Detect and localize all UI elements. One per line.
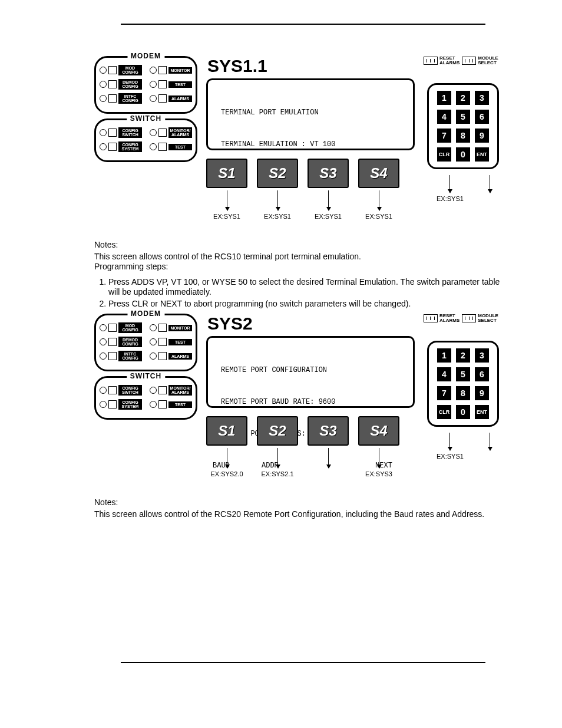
key-2[interactable]: 2: [456, 91, 470, 105]
key-6[interactable]: 6: [475, 110, 489, 124]
s4-button[interactable]: S4: [358, 159, 399, 188]
notes-line: Programming steps:: [94, 262, 503, 272]
ex-label: EX:SYS1: [437, 195, 464, 202]
lcd-line: TERMINAL PORT EMULATION: [221, 107, 406, 118]
switch-panel: SWITCH CONFIGSWITCH MONITOR/ALARMS CONFI…: [94, 118, 197, 162]
notes-item: Press ADDS VP, VT 100, or WYSE 50 to sel…: [108, 277, 503, 298]
ex-label: EX:SYS1: [437, 453, 464, 460]
key-4[interactable]: 4: [437, 367, 451, 381]
module-select-button[interactable]: MODULE SELECT: [462, 314, 498, 323]
key-3[interactable]: 3: [475, 91, 489, 105]
key-1[interactable]: 1: [437, 91, 451, 105]
numeric-keypad: 1 2 3 4 5 6 7 8 9 CLR: [427, 341, 499, 427]
ex-label: EX:SYS2.1: [261, 470, 293, 477]
lcd-display: REMOTE PORT CONFIGURATION REMOTE PORT BA…: [206, 336, 415, 408]
lcd-display: TERMINAL PORT EMULATION TERMINAL EMULATI…: [206, 78, 415, 150]
key-9[interactable]: 9: [475, 386, 489, 400]
arrow-icon: [328, 448, 329, 468]
key-8[interactable]: 8: [456, 386, 470, 400]
key-4[interactable]: 4: [437, 110, 451, 124]
key-clr[interactable]: CLR: [437, 405, 451, 419]
key-7[interactable]: 7: [437, 386, 451, 400]
reset-alarms-button[interactable]: RESET ALARMS: [424, 314, 459, 323]
arrow-icon: [227, 190, 227, 210]
ex-label: EX:SYS1: [315, 213, 342, 220]
arrow-icon: [277, 448, 278, 468]
modem-title: MODEM: [127, 52, 164, 60]
module-select-button[interactable]: MODULE SELECT: [462, 56, 498, 65]
ex-label: EX:SYS2.0: [210, 470, 243, 477]
screen-title: SYS1.1: [207, 56, 415, 76]
notes-line: This screen allows control of the RCS10 …: [94, 252, 503, 262]
notes-line: This screen allows control of the RCS20 …: [94, 509, 503, 520]
key-8[interactable]: 8: [456, 129, 470, 143]
reset-alarms-button[interactable]: RESET ALARMS: [424, 56, 459, 65]
notes-section: Notes: This screen allows control of the…: [94, 498, 503, 519]
key-9[interactable]: 9: [475, 129, 489, 143]
arrow-icon: [379, 448, 379, 468]
arrow-icon: [449, 175, 450, 193]
notes-heading: Notes:: [94, 240, 503, 251]
ex-label: EX:SYS3: [365, 470, 392, 477]
arrow-icon: [227, 448, 227, 468]
arrow-icon: [490, 433, 490, 450]
s3-button[interactable]: S3: [308, 159, 349, 188]
numeric-keypad: 1 2 3 4 5 6 7 8 9 CLR: [427, 83, 499, 169]
s1-button[interactable]: S1: [206, 159, 247, 188]
arrow-icon: [328, 190, 329, 210]
key-3[interactable]: 3: [475, 348, 489, 363]
switch-title: SWITCH: [127, 114, 165, 123]
key-0[interactable]: 0: [456, 405, 470, 419]
key-7[interactable]: 7: [437, 129, 451, 143]
key-ent[interactable]: ENT: [475, 147, 489, 162]
key-clr[interactable]: CLR: [437, 147, 451, 162]
screen-block-sys1-1: MODEM MODCONFIG MONITOR DEMODCONFIG TEST…: [94, 56, 503, 309]
s1-button[interactable]: S1: [206, 416, 247, 446]
switch-title: SWITCH: [127, 372, 165, 380]
key-2[interactable]: 2: [456, 348, 470, 363]
ex-label: EX:SYS1: [365, 213, 392, 220]
key-6[interactable]: 6: [475, 367, 489, 381]
ex-label: EX:SYS1: [264, 213, 291, 220]
modem-title: MODEM: [127, 309, 164, 318]
arrow-icon: [379, 190, 379, 210]
arrow-icon: [449, 433, 450, 450]
lcd-line: TERMINAL EMULATION : VT 100: [221, 139, 406, 150]
key-5[interactable]: 5: [456, 367, 470, 381]
top-rule: [121, 24, 485, 25]
screen-title: SYS2: [207, 314, 415, 334]
notes-heading: Notes:: [94, 498, 503, 508]
notes-section: Notes: This screen allows control of the…: [94, 240, 503, 309]
screen-block-sys2: MODEM MODCONFIG MONITOR DEMODCONFIG TEST…: [94, 314, 503, 519]
arrow-icon: [277, 190, 278, 210]
key-1[interactable]: 1: [437, 348, 451, 363]
modem-panel: MODEM MODCONFIG MONITOR DEMODCONFIG TEST…: [94, 314, 197, 371]
bottom-rule: [121, 662, 485, 663]
ex-label: EX:SYS1: [213, 213, 240, 220]
key-ent[interactable]: ENT: [475, 405, 489, 419]
s4-button[interactable]: S4: [358, 416, 399, 446]
arrow-icon: [490, 175, 490, 193]
switch-panel: SWITCH CONFIGSWITCH MONITOR/ALARMS CONFI…: [94, 376, 197, 420]
notes-item: Press CLR or NEXT to abort programming (…: [108, 299, 503, 309]
key-5[interactable]: 5: [456, 110, 470, 124]
lcd-line: REMOTE PORT CONFIGURATION: [221, 365, 406, 375]
key-0[interactable]: 0: [456, 147, 470, 162]
s3-button[interactable]: S3: [308, 416, 349, 446]
modem-panel: MODEM MODCONFIG MONITOR DEMODCONFIG TEST…: [94, 56, 197, 114]
s2-button[interactable]: S2: [257, 416, 298, 446]
lcd-line: REMOTE PORT BAUD RATE: 9600: [221, 397, 406, 407]
s2-button[interactable]: S2: [257, 159, 298, 188]
